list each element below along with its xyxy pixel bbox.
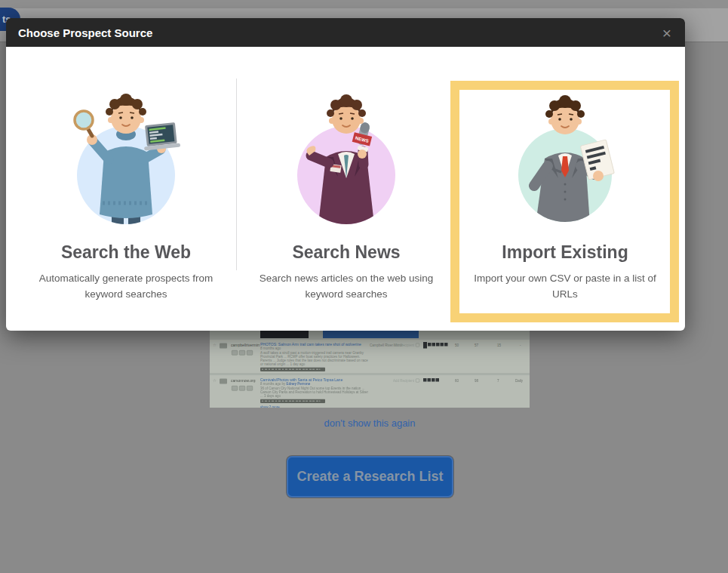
preview-domain: campbellrivermirr...: [231, 343, 260, 347]
star-icon: ☆: [213, 343, 217, 348]
search-news-illustration: NEWS: [290, 86, 403, 226]
relationship-icon: [416, 343, 419, 347]
modal-title: Choose Prospect Source: [18, 26, 152, 39]
preview-article-meta: 8 months ago by Edney Perrone: [260, 382, 370, 387]
relationship-icon: [416, 379, 419, 383]
preview-screenshot: ☆ campbellrivermirr... PHOTOS: Salmon Ar…: [210, 331, 530, 408]
preview-row: ☆ campbellrivermirr... PHOTOS: Salmon Ar…: [210, 340, 530, 373]
option-description: Automatically generate prospects from ke…: [29, 270, 223, 302]
preview-stat: 50: [455, 343, 459, 347]
tag-badge: [260, 368, 325, 372]
preview-stat: 7: [497, 379, 499, 383]
preview-stat: 98: [475, 379, 478, 383]
option-title: Import Existing: [456, 242, 674, 263]
modal-body: Search the Web Automatically generate pr…: [6, 47, 685, 331]
preview-article-body: 36 of Carson City National Night Out som…: [260, 387, 370, 398]
create-research-list-button[interactable]: Create a Research List: [287, 456, 453, 498]
preview-stat: Daily: [515, 379, 523, 383]
import-existing-illustration: [508, 86, 622, 226]
search-web-illustration: [69, 86, 183, 226]
choose-prospect-source-modal: Choose Prospect Source ×: [6, 18, 685, 331]
option-search-web[interactable]: Search the Web Automatically generate pr…: [17, 86, 235, 302]
thumbnail-icon: [220, 343, 227, 349]
preview-row: ☆ carsonnow.org Carnivals/Photos with Sa…: [210, 375, 530, 408]
preview-blue-bar: [323, 331, 419, 338]
option-title: Search the Web: [17, 242, 235, 263]
preview-stat: 15: [497, 343, 501, 347]
preview-add-recipient: Add Recipient: [393, 343, 414, 347]
social-icons: [423, 342, 448, 349]
preview-stat: 60: [455, 379, 459, 383]
option-search-news[interactable]: NEWS Search News Search news articles on…: [237, 86, 456, 302]
preview-article-meta: 8 months ago: [260, 347, 370, 351]
preview-stat: -: [520, 343, 521, 347]
preview-row-actions: [232, 386, 253, 391]
dont-show-again-link[interactable]: don't show this again: [219, 417, 521, 429]
preview-show-more-link: show 2 more...: [260, 405, 370, 408]
option-description: Search news articles on the web using ke…: [250, 270, 443, 302]
modal-header: Choose Prospect Source ×: [6, 18, 685, 47]
preview-add-recipient: Add Recipient: [393, 379, 414, 383]
option-title: Search News: [237, 242, 456, 263]
preview-author: Edney Perrone: [287, 382, 311, 386]
tag-badge: [260, 399, 325, 404]
preview-article-body: A wolf takes a stroll past a motion-trig…: [260, 351, 370, 366]
social-icons: [423, 377, 439, 382]
preview-row-actions: [232, 350, 253, 356]
page-top-strip: [0, 0, 728, 8]
preview-stat: 57: [475, 343, 478, 347]
option-description: Import your own CSV or paste in a list o…: [468, 270, 662, 302]
close-icon[interactable]: ×: [661, 25, 673, 41]
preview-domain: carsonnow.org: [231, 378, 260, 383]
option-import-existing[interactable]: Import Existing Import your own CSV or p…: [456, 86, 674, 302]
thumbnail-icon: [220, 379, 227, 384]
star-icon: ☆: [213, 378, 217, 384]
preview-dark-bar: [260, 331, 309, 338]
